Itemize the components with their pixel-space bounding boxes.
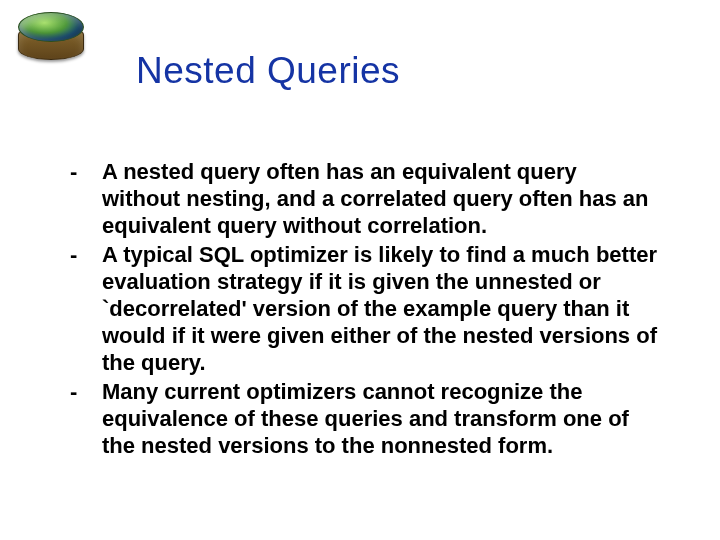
bullet-item: A typical SQL optimizer is likely to fin… [62, 241, 660, 376]
earth-disk-logo [18, 6, 84, 62]
logo-globe [18, 12, 84, 42]
slide-title: Nested Queries [136, 50, 400, 92]
bullet-item: Many current optimizers cannot recognize… [62, 378, 660, 459]
bullet-list: A nested query often has an equivalent q… [62, 158, 660, 459]
bullet-item: A nested query often has an equivalent q… [62, 158, 660, 239]
slide: Nested Queries A nested query often has … [0, 0, 720, 540]
slide-content: A nested query often has an equivalent q… [62, 158, 660, 461]
